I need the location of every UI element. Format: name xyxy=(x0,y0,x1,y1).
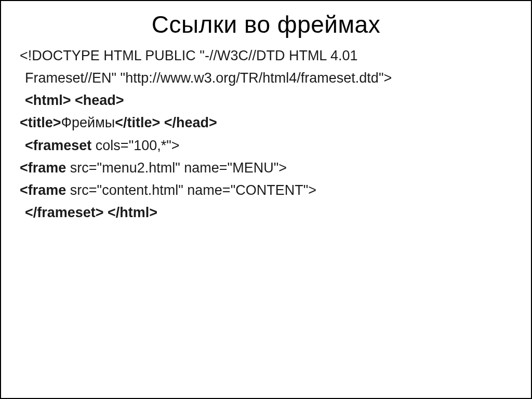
slide-frame: Ссылки во фреймах <!DOCTYPE HTML PUBLIC … xyxy=(0,0,532,399)
code-bold: <title> xyxy=(20,115,61,130)
code-bold: </title> </head> xyxy=(115,115,217,130)
code-text: src="content.html" name="CONTENT"> xyxy=(66,182,316,198)
code-bold: </frameset> </html> xyxy=(25,205,157,220)
slide-title: Ссылки во фреймах xyxy=(20,10,512,38)
code-text: src="menu2.html" name="MENU"> xyxy=(66,160,287,176)
code-bold: <frame xyxy=(20,160,66,176)
code-text: <!DOCTYPE HTML PUBLIC "-//W3C//DTD HTML … xyxy=(20,48,357,63)
code-line: <title>Фреймы</title> </head> xyxy=(20,113,512,133)
code-line: <html> <head> xyxy=(20,90,512,111)
code-line: <frameset cols="100,*"> xyxy=(20,136,512,156)
code-text: Frameset//EN" "http://www.w3.org/TR/html… xyxy=(25,70,392,86)
code-text: cols="100,*"> xyxy=(91,138,179,153)
code-line: <frame src="content.html" name="CONTENT"… xyxy=(20,180,512,201)
code-bold: <html> <head> xyxy=(25,92,124,108)
code-block: <!DOCTYPE HTML PUBLIC "-//W3C//DTD HTML … xyxy=(20,46,512,223)
code-line: </frameset> </html> xyxy=(20,203,512,223)
code-bold: <frameset xyxy=(25,138,91,153)
code-line: <frame src="menu2.html" name="MENU"> xyxy=(20,158,512,178)
code-text: Фреймы xyxy=(61,115,115,130)
code-line: Frameset//EN" "http://www.w3.org/TR/html… xyxy=(20,68,512,88)
code-line: <!DOCTYPE HTML PUBLIC "-//W3C//DTD HTML … xyxy=(20,46,512,66)
code-bold: <frame xyxy=(20,182,66,198)
